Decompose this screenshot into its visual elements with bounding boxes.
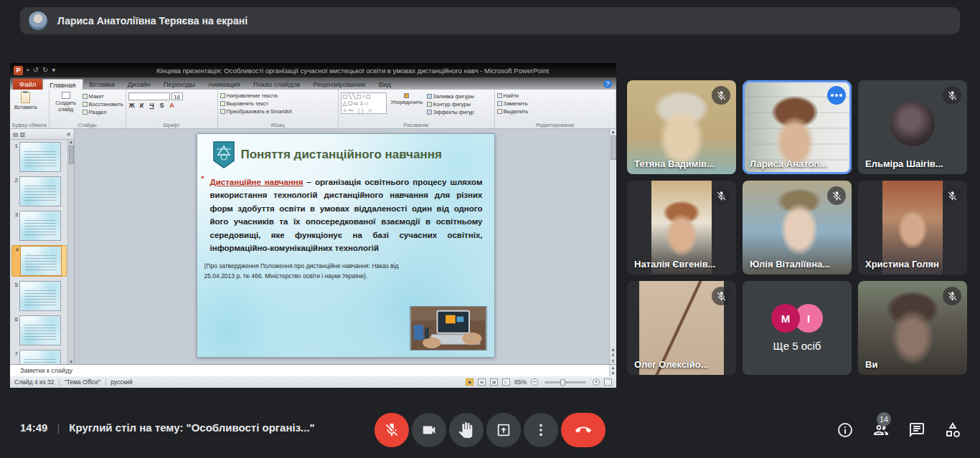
participant-tile[interactable]: Христина Голян bbox=[858, 181, 967, 275]
arrange-button[interactable]: Упорядочить bbox=[389, 92, 425, 106]
mic-toggle-button[interactable] bbox=[374, 413, 409, 447]
mic-off-icon bbox=[943, 186, 961, 205]
font-group-label: Шрифт bbox=[128, 122, 215, 128]
canvas-vertical-scrollbar[interactable]: ▲▼⇞⇟ bbox=[609, 129, 616, 364]
participant-tile[interactable]: Олег Олексійо... bbox=[627, 281, 736, 375]
thumbnail-scrollbar[interactable]: ▲▼ bbox=[67, 140, 74, 364]
tab-animation[interactable]: Анимация bbox=[202, 79, 247, 90]
undo-icon[interactable]: ↺ bbox=[33, 67, 39, 74]
redo-icon[interactable]: ↻ bbox=[42, 67, 48, 74]
more-options-button[interactable] bbox=[524, 413, 558, 447]
shared-screen: P ▪ ↺ ↻ ▾ Кінцева презентація: Особливос… bbox=[10, 63, 616, 388]
font-name-combobox[interactable] bbox=[128, 92, 170, 100]
tab-home[interactable]: Главная bbox=[42, 79, 83, 90]
find-button[interactable]: Найти bbox=[497, 92, 519, 99]
people-icon[interactable]: 14 bbox=[872, 421, 890, 439]
slide-term: Дистанційне навчання bbox=[210, 178, 303, 186]
section-icon bbox=[83, 110, 88, 115]
zoom-in-button[interactable]: + bbox=[593, 378, 600, 386]
tab-insert[interactable]: Вставка bbox=[83, 79, 121, 90]
mic-off-icon bbox=[712, 186, 730, 205]
info-icon[interactable] bbox=[837, 421, 854, 439]
slide-thumb-1[interactable]: 1 bbox=[11, 142, 67, 172]
layout-button[interactable]: Макет bbox=[83, 93, 123, 100]
participant-tile[interactable]: Тетяна Вадимів... bbox=[627, 80, 736, 174]
next-slide-button[interactable]: ⇟ bbox=[611, 358, 615, 364]
tab-transitions[interactable]: Переходы bbox=[157, 79, 202, 90]
sorter-view-icon[interactable]: ⊞ bbox=[478, 378, 486, 386]
fit-to-window-icon[interactable]: ⛶ bbox=[604, 378, 612, 386]
font-color-button[interactable]: А bbox=[169, 102, 176, 109]
more-options-icon[interactable] bbox=[827, 86, 846, 105]
slide-thumb-2[interactable]: 2 bbox=[11, 176, 67, 206]
zoom-out-button[interactable]: − bbox=[531, 378, 538, 386]
slide-thumb-5[interactable]: 5 bbox=[11, 281, 67, 311]
slide-title: Поняття дистанційного навчання bbox=[241, 148, 442, 162]
zoom-slider[interactable] bbox=[545, 381, 586, 383]
shape-effects-button[interactable]: Эффекты фигур bbox=[427, 109, 474, 115]
smartart-button[interactable]: Преобразовать в SmartArt bbox=[220, 108, 292, 115]
clipboard-group: Вставить Буфер обмена bbox=[10, 90, 50, 128]
font-size-combobox[interactable]: 18 bbox=[171, 92, 183, 100]
help-icon[interactable]: ? bbox=[603, 80, 612, 88]
end-call-button[interactable] bbox=[561, 413, 606, 447]
present-screen-button[interactable] bbox=[486, 413, 521, 447]
notes-pane[interactable]: Заметки к слайду ▲▼ bbox=[10, 364, 616, 376]
normal-view-icon[interactable]: ▣ bbox=[466, 378, 473, 386]
find-icon bbox=[497, 93, 502, 98]
participant-name: Ельміра Шаігів... bbox=[865, 158, 943, 169]
italic-button[interactable]: К bbox=[138, 102, 146, 109]
new-slide-icon bbox=[62, 92, 70, 99]
new-slide-button[interactable]: Создать слайд bbox=[52, 91, 80, 113]
reading-view-icon[interactable]: ▤ bbox=[490, 378, 498, 386]
participant-tile[interactable]: Ельміра Шаігів... bbox=[858, 80, 967, 174]
participant-tile[interactable]: Наталія Євгенів... bbox=[627, 181, 736, 275]
text-direction-button[interactable]: Направление текста bbox=[220, 92, 278, 99]
underline-button[interactable]: Ч bbox=[149, 102, 156, 109]
slide-thumb-6[interactable]: 6 bbox=[11, 315, 67, 345]
paste-button[interactable]: Вставить bbox=[12, 91, 39, 111]
slide-thumb-3[interactable]: 3 bbox=[11, 211, 67, 241]
activities-icon[interactable] bbox=[944, 421, 961, 439]
overflow-tile[interactable]: M I Ще 5 осіб bbox=[743, 281, 852, 375]
participant-name: Лариса Анатол... bbox=[750, 158, 827, 169]
tab-file[interactable]: Файл bbox=[13, 79, 42, 90]
reset-button[interactable]: Восстановить bbox=[83, 101, 123, 108]
self-view-tile[interactable]: Ви bbox=[858, 281, 967, 375]
powerpoint-logo-icon[interactable]: P bbox=[14, 66, 23, 75]
shape-fill-button[interactable]: Заливка фигуры bbox=[427, 93, 474, 100]
select-button[interactable]: Выделить bbox=[497, 108, 529, 115]
replace-button[interactable]: Заменить bbox=[497, 100, 528, 107]
bold-button[interactable]: Ж bbox=[128, 102, 136, 109]
slideshow-view-icon[interactable]: ▷ bbox=[502, 378, 510, 386]
save-icon[interactable]: ▪ bbox=[27, 67, 29, 74]
qat-dropdown-icon[interactable]: ▾ bbox=[52, 67, 55, 74]
section-button[interactable]: Раздел bbox=[83, 109, 123, 115]
slides-outline-tabs[interactable]: ▤ ▥ bbox=[13, 131, 25, 138]
shadow-button[interactable]: S bbox=[159, 102, 166, 109]
camera-toggle-button[interactable] bbox=[412, 413, 446, 447]
participant-tile[interactable]: Юлія Віталіївна... bbox=[743, 181, 852, 275]
tab-view[interactable]: Вид bbox=[372, 79, 397, 90]
mic-off-icon bbox=[712, 287, 730, 305]
tab-design[interactable]: Дизайн bbox=[121, 79, 157, 90]
align-text-button[interactable]: Выровнять текст bbox=[220, 100, 268, 107]
tab-review[interactable]: Рецензирование bbox=[306, 79, 372, 90]
shapes-gallery[interactable]: ◻╲╲◻○◻△⬠⇨⇩○✧〜（）☆ bbox=[341, 92, 387, 114]
school-crest-icon bbox=[213, 141, 235, 168]
text-direction-icon bbox=[220, 93, 225, 98]
close-panel-icon[interactable]: ✕ bbox=[66, 131, 71, 138]
participant-tile-active-speaker[interactable]: Лариса Анатол... bbox=[743, 80, 852, 174]
prev-slide-button[interactable]: ⇞ bbox=[611, 353, 615, 358]
ribbon: Вставить Буфер обмена Создать слайд Маке… bbox=[10, 90, 616, 129]
tab-slideshow[interactable]: Показ слайдов bbox=[247, 79, 306, 90]
chat-icon[interactable] bbox=[908, 421, 925, 439]
participant-name: Олег Олексійо... bbox=[634, 359, 709, 370]
slide-thumb-4-selected[interactable]: 4 bbox=[11, 245, 67, 277]
slide-thumb-7[interactable]: 7 bbox=[11, 350, 67, 364]
raise-hand-button[interactable] bbox=[449, 413, 484, 447]
notes-scrollbar[interactable]: ▲▼ bbox=[609, 365, 616, 376]
shape-outline-button[interactable]: Контур фигуры bbox=[427, 101, 474, 108]
language-indicator[interactable]: русский bbox=[110, 378, 133, 386]
divider: | bbox=[57, 421, 60, 434]
